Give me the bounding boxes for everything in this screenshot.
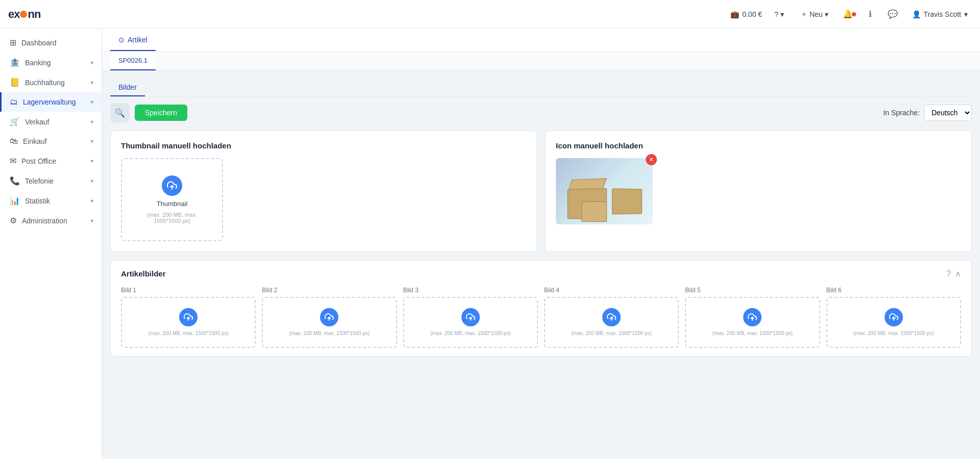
content-area: Bilder 🔍 Speichern In Sprache: Deutsch E… bbox=[102, 71, 980, 459]
buchhaltung-icon: 📒 bbox=[10, 78, 20, 87]
icon-card: Icon manuell hochladen × bbox=[545, 131, 972, 252]
banking-icon: 🏦 bbox=[10, 58, 20, 67]
help-button[interactable]: ? ▾ bbox=[770, 8, 788, 20]
tabs-bar: ⊙ Artikel bbox=[102, 29, 980, 52]
bild-4-upload[interactable]: (max. 200 MB, max. 1500*1500 px) bbox=[544, 297, 679, 348]
verkauf-icon: 🛒 bbox=[10, 117, 20, 126]
new-button[interactable]: ＋ Neu ▾ bbox=[796, 8, 832, 21]
save-button[interactable]: Speichern bbox=[135, 105, 187, 121]
help-chevron: ▾ bbox=[780, 10, 784, 18]
artikelbilder-help-icon[interactable]: ? bbox=[946, 269, 951, 278]
artikel-tab-label: Artikel bbox=[128, 36, 148, 44]
bild-6-hint: (max. 200 MB, max. 1500*1500 px) bbox=[853, 330, 934, 336]
sidebar-item-einkauf[interactable]: 🛍 Einkauf ▾ bbox=[0, 132, 102, 151]
sidebar-item-dashboard[interactable]: ⊞ Dashboard bbox=[0, 33, 102, 53]
bild-5-upload-icon bbox=[743, 308, 762, 326]
bild-5-upload[interactable]: (max. 200 MB, max. 1500*1500 px) bbox=[685, 297, 820, 348]
post-office-icon: ✉ bbox=[10, 156, 16, 166]
info-icon[interactable]: ℹ bbox=[863, 7, 877, 21]
sidebar-nav: ⊞ Dashboard 🏦 Banking ▾ 📒 Buchhaltung ▾ … bbox=[0, 29, 102, 235]
statistik-icon: 📊 bbox=[10, 196, 20, 206]
bild-2-upload-icon bbox=[320, 308, 338, 326]
statistik-chevron: ▾ bbox=[90, 197, 93, 205]
user-name: Travis Scott bbox=[924, 10, 961, 18]
thumbnail-card: Thumbnail manuell hochladen Thumbnail (m… bbox=[110, 131, 537, 252]
bild-1-upload[interactable]: (max. 200 MB, max. 1500*1500 px) bbox=[121, 297, 256, 348]
einkauf-chevron: ▾ bbox=[90, 138, 93, 145]
thumbnail-upload-area[interactable]: Thumbnail (max. 200 MB, max. 1500*1500 p… bbox=[121, 158, 223, 241]
bild-2-hint: (max. 200 MB, max. 1500*1500 px) bbox=[289, 330, 370, 336]
artikelbilder-card: Artikelbilder ? ∧ Bild 1 bbox=[110, 260, 972, 356]
bild-item-1: Bild 1 (max. 200 MB, max. 1500*1500 px) bbox=[121, 287, 256, 348]
bild-item-2: Bild 2 (max. 200 MB, max. 1500*1500 px) bbox=[262, 287, 397, 348]
buchhaltung-chevron: ▾ bbox=[90, 79, 93, 86]
topbar: exnn 💼 0.00 € ? ▾ ＋ Neu ▾ 🔔 ℹ 💬 👤 Travis… bbox=[0, 0, 980, 29]
app-logo[interactable]: exnn bbox=[8, 8, 40, 21]
bild-6-upload[interactable]: (max. 200 MB, max. 1500*1500 px) bbox=[826, 297, 961, 348]
language-select[interactable]: Deutsch English bbox=[924, 105, 972, 121]
wallet-amount: 0.00 € bbox=[742, 10, 762, 18]
bild-6-upload-icon bbox=[885, 308, 903, 326]
new-chevron: ▾ bbox=[825, 10, 828, 18]
topbar-right: 💼 0.00 € ? ▾ ＋ Neu ▾ 🔔 ℹ 💬 👤 Travis Scot… bbox=[730, 7, 972, 21]
user-menu[interactable]: 👤 Travis Scott ▾ bbox=[908, 8, 972, 20]
artikelbilder-header: Artikelbilder ? ∧ bbox=[121, 269, 961, 278]
bild-2-upload[interactable]: (max. 200 MB, max. 1500*1500 px) bbox=[262, 297, 397, 348]
tab-artikel[interactable]: ⊙ Artikel bbox=[110, 29, 156, 51]
subtab-sp0026-label: SP0026.1 bbox=[118, 57, 148, 64]
telefonie-chevron: ▾ bbox=[90, 177, 93, 185]
wallet-display: 💼 0.00 € bbox=[730, 10, 762, 18]
thumbnail-upload-label: Thumbnail bbox=[157, 200, 188, 208]
user-chevron: ▾ bbox=[964, 10, 968, 18]
help-icon: ? bbox=[774, 10, 778, 18]
administration-icon: ⚙ bbox=[10, 216, 17, 225]
thumbnail-upload-icon bbox=[162, 175, 182, 196]
bild-item-5: Bild 5 (max. 200 MB, max. 1500*1500 px) bbox=[685, 287, 820, 348]
search-button[interactable]: 🔍 bbox=[110, 103, 130, 122]
bild-3-upload[interactable]: (max. 200 MB, max. 1500*1500 px) bbox=[403, 297, 538, 348]
sidebar-item-banking[interactable]: 🏦 Banking ▾ bbox=[0, 53, 102, 72]
sidebar-label-telefonie: Telefonie bbox=[25, 177, 85, 185]
bild-1-hint: (max. 200 MB, max. 1500*1500 px) bbox=[149, 330, 229, 336]
subtab-sp0026[interactable]: SP0026.1 bbox=[110, 52, 156, 70]
bild-1-label: Bild 1 bbox=[121, 287, 256, 294]
bild-item-6: Bild 6 (max. 200 MB, max. 1500*1500 px) bbox=[826, 287, 961, 348]
bild-5-label: Bild 5 bbox=[685, 287, 820, 294]
sidebar-label-einkauf: Einkauf bbox=[23, 137, 85, 145]
banking-chevron: ▾ bbox=[90, 59, 93, 66]
content-tab-bilder[interactable]: Bilder bbox=[110, 79, 145, 96]
sidebar-label-buchhaltung: Buchhaltung bbox=[25, 79, 85, 87]
bild-3-hint: (max. 200 MB, max. 1500*1500 px) bbox=[430, 330, 510, 336]
sidebar: ⊞ Dashboard 🏦 Banking ▾ 📒 Buchhaltung ▾ … bbox=[0, 29, 102, 459]
main: ⊙ Artikel SP0026.1 Bilder 🔍 S bbox=[102, 29, 980, 459]
user-avatar: 👤 bbox=[912, 10, 921, 18]
box-1-top bbox=[569, 178, 607, 190]
sidebar-item-statistik[interactable]: 📊 Statistik ▾ bbox=[0, 191, 102, 211]
plus-icon: ＋ bbox=[800, 10, 807, 19]
wallet-icon: 💼 bbox=[730, 10, 739, 18]
artikelbilder-collapse-icon[interactable]: ∧ bbox=[955, 269, 961, 278]
sidebar-item-buchhaltung[interactable]: 📒 Buchhaltung ▾ bbox=[0, 72, 102, 92]
icon-delete-button[interactable]: × bbox=[646, 154, 657, 165]
bild-3-upload-icon bbox=[461, 308, 480, 326]
verkauf-chevron: ▾ bbox=[90, 118, 93, 125]
post-office-chevron: ▾ bbox=[90, 158, 93, 165]
bild-item-3: Bild 3 (max. 200 MB, max. 1500*1500 px) bbox=[403, 287, 538, 348]
einkauf-icon: 🛍 bbox=[10, 137, 18, 146]
thumbnail-upload-hint: (max. 200 MB, max. 1500*1500 px) bbox=[134, 212, 210, 224]
bilder-tab-label: Bilder bbox=[118, 83, 137, 91]
sidebar-item-lagerverwaltung[interactable]: 🗂 Lagerverwaltung ▾ bbox=[0, 92, 102, 112]
toolbar: 🔍 Speichern In Sprache: Deutsch English bbox=[110, 103, 972, 122]
toolbar-right: In Sprache: Deutsch English bbox=[883, 105, 972, 121]
bild-4-hint: (max. 200 MB, max. 1500*1500 px) bbox=[572, 330, 652, 336]
subtabs-bar: SP0026.1 bbox=[102, 52, 980, 71]
sidebar-item-telefonie[interactable]: 📞 Telefonie ▾ bbox=[0, 171, 102, 191]
bild-1-upload-icon bbox=[179, 308, 198, 326]
sidebar-item-verkauf[interactable]: 🛒 Verkauf ▾ bbox=[0, 112, 102, 132]
sidebar-item-administration[interactable]: ⚙ Administration ▾ bbox=[0, 211, 102, 231]
notification-dot bbox=[852, 12, 856, 16]
chat-icon[interactable]: 💬 bbox=[886, 7, 900, 21]
sidebar-item-post-office[interactable]: ✉ Post Office ▾ bbox=[0, 151, 102, 171]
lagerverwaltung-chevron: ▾ bbox=[90, 98, 93, 106]
new-label: Neu bbox=[810, 10, 823, 18]
